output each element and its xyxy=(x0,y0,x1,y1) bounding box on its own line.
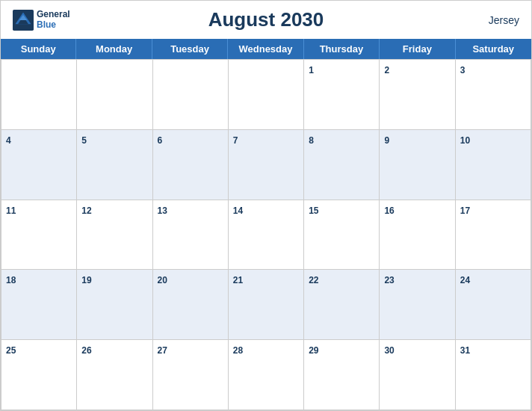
calendar-cell: 25 xyxy=(1,340,77,410)
cell-number: 8 xyxy=(309,135,314,146)
calendar-container: General Blue August 2030 Jersey SundayMo… xyxy=(0,0,532,411)
cell-number: 31 xyxy=(460,345,470,356)
calendar-cell: 17 xyxy=(456,200,531,271)
calendar-cell xyxy=(1,60,77,130)
cell-number: 13 xyxy=(158,206,167,216)
calendar-cell: 26 xyxy=(77,340,152,410)
calendar-cell xyxy=(153,60,229,130)
calendar-cell: 2 xyxy=(380,60,455,130)
cell-number: 6 xyxy=(158,135,163,146)
calendar-cell: 13 xyxy=(153,200,229,271)
calendar-cell: 21 xyxy=(229,270,304,340)
logo-icon xyxy=(13,10,34,31)
calendar-cell: 20 xyxy=(153,270,229,340)
day-header-thursday: Thursday xyxy=(304,39,380,59)
logo-blue: Blue xyxy=(37,20,70,30)
day-header-sunday: Sunday xyxy=(1,39,76,59)
cell-number: 2 xyxy=(384,65,389,75)
cell-number: 16 xyxy=(384,206,394,216)
calendar-cell: 14 xyxy=(229,200,304,271)
cell-number: 29 xyxy=(309,345,318,356)
cell-number: 21 xyxy=(233,275,243,285)
calendar-cell: 30 xyxy=(380,340,455,410)
cell-number: 11 xyxy=(6,206,16,216)
cell-number: 1 xyxy=(309,65,314,75)
day-header-tuesday: Tuesday xyxy=(152,39,228,59)
cell-number: 9 xyxy=(384,135,389,146)
calendar-cell: 6 xyxy=(153,130,229,200)
calendar-cell: 22 xyxy=(304,270,380,340)
day-header-friday: Friday xyxy=(380,39,455,59)
calendar-cell: 9 xyxy=(380,130,455,200)
cell-number: 17 xyxy=(460,206,470,216)
cell-number: 25 xyxy=(6,345,16,356)
cell-number: 28 xyxy=(233,345,243,356)
logo-text: General Blue xyxy=(37,10,70,29)
cell-number: 27 xyxy=(158,345,167,356)
cell-number: 14 xyxy=(233,206,243,216)
day-header-monday: Monday xyxy=(76,39,152,59)
day-headers: SundayMondayTuesdayWednesdayThursdayFrid… xyxy=(1,39,531,59)
calendar-cell: 29 xyxy=(304,340,380,410)
calendar-title: August 2030 xyxy=(208,8,324,31)
calendar-cell: 24 xyxy=(456,270,531,340)
region-label: Jersey xyxy=(489,14,519,26)
calendar-cell: 11 xyxy=(1,200,77,271)
calendar-cell: 12 xyxy=(77,200,152,271)
cell-number: 20 xyxy=(158,275,167,285)
logo-area: General Blue xyxy=(13,10,70,31)
calendar-cell: 3 xyxy=(456,60,531,130)
calendar-cell: 19 xyxy=(77,270,152,340)
calendar-cell: 16 xyxy=(380,200,455,271)
calendar-cell: 8 xyxy=(304,130,380,200)
cell-number: 12 xyxy=(81,206,91,216)
calendar-cell: 28 xyxy=(229,340,304,410)
cell-number: 7 xyxy=(233,135,238,146)
calendar-cell xyxy=(229,60,304,130)
calendar-cell: 27 xyxy=(153,340,229,410)
cell-number: 26 xyxy=(81,345,91,356)
calendar-cell: 15 xyxy=(304,200,380,271)
cell-number: 30 xyxy=(384,345,394,356)
calendar-cell: 10 xyxy=(456,130,531,200)
cell-number: 5 xyxy=(81,135,87,146)
calendar-cell: 4 xyxy=(1,130,77,200)
cell-number: 18 xyxy=(6,275,16,285)
cell-number: 24 xyxy=(460,275,470,285)
day-header-saturday: Saturday xyxy=(456,39,531,59)
cell-number: 4 xyxy=(6,135,11,146)
calendar-cell: 7 xyxy=(229,130,304,200)
day-header-wednesday: Wednesday xyxy=(228,39,303,59)
calendar-cell: 18 xyxy=(1,270,77,340)
calendar-cell xyxy=(77,60,152,130)
cell-number: 3 xyxy=(460,65,466,75)
cell-number: 23 xyxy=(384,275,394,285)
calendar-grid: 1234567891011121314151617181920212223242… xyxy=(1,59,531,410)
cell-number: 10 xyxy=(460,135,470,146)
cell-number: 22 xyxy=(309,275,318,285)
calendar-cell: 31 xyxy=(456,340,531,410)
calendar-header: General Blue August 2030 Jersey xyxy=(1,1,531,39)
cell-number: 19 xyxy=(81,275,91,285)
calendar-cell: 1 xyxy=(304,60,380,130)
calendar-cell: 23 xyxy=(380,270,455,340)
calendar-cell: 5 xyxy=(77,130,152,200)
cell-number: 15 xyxy=(309,206,318,216)
